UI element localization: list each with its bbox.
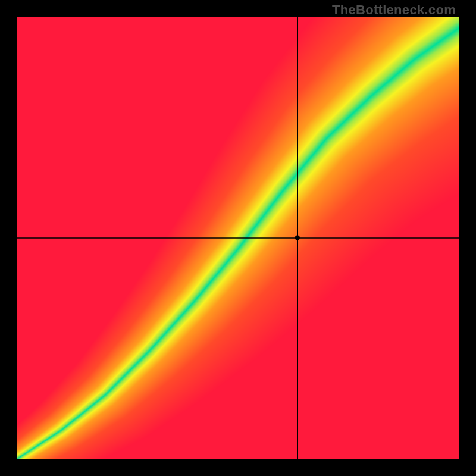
plot-area xyxy=(17,17,459,459)
watermark-text: TheBottleneck.com xyxy=(332,2,456,18)
chart-frame: TheBottleneck.com xyxy=(0,0,476,476)
heatmap-canvas xyxy=(17,17,459,459)
